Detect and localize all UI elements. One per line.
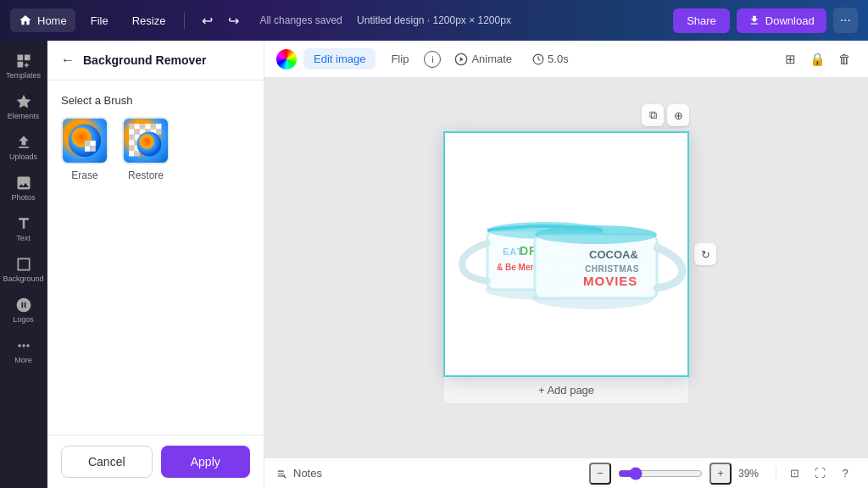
download-button[interactable]: Download <box>737 8 826 33</box>
top-bar: Home File Resize ↩ ↪ All changes saved U… <box>0 0 868 41</box>
restore-brush-icon <box>122 117 170 164</box>
add-page-button[interactable]: + Add page <box>443 377 689 404</box>
edit-image-button[interactable]: Edit image <box>303 48 376 69</box>
svg-rect-6 <box>134 124 139 129</box>
resize-menu[interactable]: Resize <box>124 9 175 32</box>
svg-rect-10 <box>156 124 161 129</box>
sidebar-item-logos[interactable]: Logos <box>5 291 42 329</box>
saved-status: All changes saved <box>259 14 342 26</box>
zoom-in-button[interactable]: + <box>709 463 732 485</box>
text-label: Text <box>16 234 31 242</box>
elements-icon <box>15 93 32 110</box>
svg-rect-23 <box>129 151 134 156</box>
lock-button[interactable]: 🔒 <box>805 47 829 71</box>
restore-brush-label: Restore <box>128 169 164 181</box>
sidebar-item-templates[interactable]: Templates <box>5 47 42 85</box>
elements-label: Elements <box>8 112 40 120</box>
erase-brush-label: Erase <box>71 169 97 181</box>
background-label: Background <box>3 274 43 283</box>
uploads-icon <box>15 134 32 151</box>
fullscreen-button[interactable]: ⛶ <box>809 463 831 485</box>
bottom-icons: ⊡ ⛶ ? <box>783 463 856 485</box>
svg-text:COCOA&: COCOA& <box>589 248 638 261</box>
background-icon <box>15 256 32 273</box>
rotate-button[interactable]: ↻ <box>694 243 716 265</box>
svg-text:CHRISTMAS: CHRISTMAS <box>585 264 639 274</box>
svg-rect-16 <box>156 129 161 134</box>
animate-label: Animate <box>471 53 512 65</box>
zoom-out-button[interactable]: − <box>589 463 611 485</box>
restore-brush-option[interactable]: Restore <box>122 117 170 181</box>
photos-icon <box>15 175 32 191</box>
templates-label: Templates <box>6 71 41 80</box>
color-wheel[interactable] <box>276 49 297 69</box>
add-canvas-button[interactable]: ⊕ <box>667 104 689 126</box>
divider <box>184 12 185 29</box>
sidebar-item-elements[interactable]: Elements <box>5 88 42 125</box>
panel-header: ← Background Remover <box>47 41 264 80</box>
top-bar-right: Share Download ··· <box>673 8 858 33</box>
left-sidebar: Templates Elements Uploads Photos Text B… <box>0 41 47 488</box>
share-button[interactable]: Share <box>673 8 730 33</box>
panel-footer: Cancel Apply <box>47 435 264 488</box>
panel: ← Background Remover Select a Brush <box>47 41 264 488</box>
brush-options: Erase <box>61 117 250 181</box>
apply-button[interactable]: Apply <box>161 446 251 478</box>
svg-rect-19 <box>129 140 134 145</box>
home-button[interactable]: Home <box>10 8 75 32</box>
flip-button[interactable]: Flip <box>382 48 417 69</box>
sidebar-item-uploads[interactable]: Uploads <box>5 129 42 166</box>
top-bar-left: Home File Resize ↩ ↪ All changes saved <box>10 8 342 34</box>
redo-button[interactable]: ↪ <box>221 8 246 34</box>
canvas-top-controls: ⧉ ⊕ <box>642 104 689 126</box>
notes-label: Notes <box>293 467 322 480</box>
svg-rect-11 <box>129 129 134 134</box>
restore-icon-svg <box>129 124 163 158</box>
design-info: Untitled design · 1200px × 1200px <box>357 14 511 26</box>
file-menu[interactable]: File <box>82 9 117 32</box>
zoom-slider[interactable] <box>618 467 703 480</box>
more-options-button[interactable]: ··· <box>833 8 858 33</box>
help-button[interactable]: ? <box>834 463 856 485</box>
more-icon <box>15 337 32 354</box>
zoom-bar: − + 39% ⊡ ⛶ ? <box>589 463 856 485</box>
download-icon <box>748 14 760 26</box>
canvas-frame[interactable]: EAT DRINK & Be Merry <box>443 131 689 377</box>
clock-icon <box>532 53 544 65</box>
sidebar-item-more[interactable]: More <box>5 332 42 369</box>
notes-button[interactable]: Notes <box>276 467 322 480</box>
fit-page-button[interactable]: ⊡ <box>783 463 805 485</box>
brush-section-label: Select a Brush <box>61 94 250 107</box>
notes-icon <box>276 468 288 480</box>
undo-redo-group: ↩ ↪ <box>195 8 246 34</box>
download-label: Download <box>765 14 815 27</box>
sidebar-item-text[interactable]: Text <box>5 210 42 247</box>
undo-button[interactable]: ↩ <box>195 8 220 34</box>
grid-toggle-button[interactable]: ⊞ <box>778 47 802 71</box>
animate-button[interactable]: Animate <box>448 48 519 70</box>
erase-icon-svg <box>68 124 102 158</box>
svg-rect-2 <box>90 141 95 146</box>
zoom-percentage: 39% <box>738 468 769 480</box>
trash-button[interactable]: 🗑 <box>832 47 856 71</box>
info-button[interactable]: i <box>424 51 441 68</box>
sidebar-item-photos[interactable]: Photos <box>5 169 42 207</box>
erase-brush-option[interactable]: Erase <box>61 117 108 181</box>
canvas-container: ⧉ ⊕ ↻ <box>443 131 689 377</box>
panel-back-button[interactable]: ← <box>59 51 76 69</box>
panel-title: Background Remover <box>83 53 206 67</box>
sidebar-item-background[interactable]: Background <box>5 251 42 288</box>
canvas-scroll[interactable]: ⧉ ⊕ ↻ <box>264 78 868 458</box>
duplicate-canvas-button[interactable]: ⧉ <box>642 104 664 126</box>
divider <box>776 467 776 480</box>
svg-rect-1 <box>85 141 90 146</box>
logos-icon <box>15 297 32 313</box>
cancel-button[interactable]: Cancel <box>61 446 153 478</box>
logos-label: Logos <box>13 315 34 324</box>
main-layout: Templates Elements Uploads Photos Text B… <box>0 41 868 488</box>
svg-rect-7 <box>140 124 145 129</box>
svg-rect-4 <box>90 146 95 151</box>
panel-content: Select a Brush <box>47 80 264 435</box>
canvas-area: Edit image Flip i Animate 5.0s ⊞ 🔒 <box>264 41 868 488</box>
photos-label: Photos <box>11 193 35 202</box>
